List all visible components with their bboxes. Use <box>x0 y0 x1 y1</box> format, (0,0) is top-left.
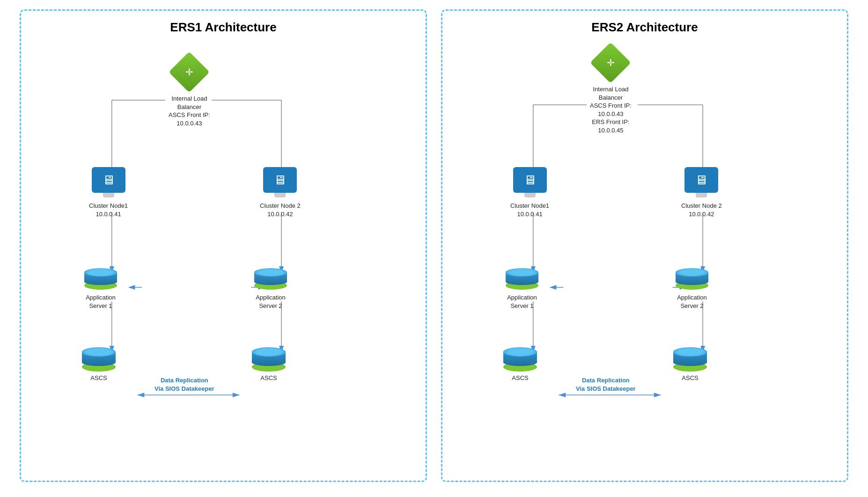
ers2-appserver1-label: ApplicationServer 1 <box>507 293 537 310</box>
ers1-node1: 🖥 Cluster Node110.0.0.41 <box>89 163 128 218</box>
ers2-appserver1: ApplicationServer 1 <box>503 259 541 310</box>
ers1-ascs2: ASCS <box>252 344 286 381</box>
ers2-node2: 🖥 Cluster Node 210.0.0.42 <box>681 163 722 218</box>
ers2-appserver1-icon <box>503 259 541 290</box>
ers2-appserver2-icon <box>673 259 711 290</box>
ers2-lb-label: Internal LoadBalancerASCS Front IP:10.0.… <box>590 85 632 134</box>
ers2-node1-icon: 🖥 <box>511 163 549 196</box>
ers2-ascs1-icon <box>503 344 537 372</box>
ers1-as1-top <box>84 268 117 277</box>
ers1-ascs2-label: ASCS <box>260 374 277 381</box>
svg-marker-38 <box>550 285 557 290</box>
ers2-lb: ✛ Internal LoadBalancerASCS Front IP:10.… <box>590 44 632 134</box>
ers2-replication-label: Data ReplicationVia SIOS Datakeeper <box>576 376 636 393</box>
ers1-ascs1-icon <box>82 344 116 372</box>
svg-marker-16 <box>128 285 135 290</box>
ers2-diagram: ✛ Internal LoadBalancerASCS Front IP:10.… <box>456 39 833 479</box>
ers2-node1: 🖥 Cluster Node110.0.0.41 <box>510 163 549 218</box>
ers2-lb-arrows: ✛ <box>607 57 615 68</box>
ers1-node2-icon: 🖥 <box>261 163 299 196</box>
svg-marker-20 <box>137 393 144 397</box>
svg-marker-43 <box>654 393 661 397</box>
ers1-node2-label: Cluster Node 210.0.0.42 <box>260 202 301 218</box>
ers1-box: ERS1 Architecture <box>20 9 427 482</box>
ers1-replication-label: Data ReplicationVia SIOS Datakeeper <box>154 376 214 393</box>
ers1-appserver1: ApplicationServer 1 <box>82 259 119 310</box>
ers2-as1-top <box>506 268 538 277</box>
ers1-appserver2-label: ApplicationServer 2 <box>256 293 286 310</box>
ers1-node2-screen: 🖥 <box>263 167 297 193</box>
ers1-node1-screen: 🖥 <box>92 167 125 193</box>
ers1-node2-cube: 🖥 <box>273 172 287 188</box>
ers1-ascs1: ASCS <box>82 344 116 381</box>
ers1-diagram: ✛ Internal LoadBalancerASCS Front IP:10.… <box>35 39 412 479</box>
ers1-ascs1-label: ASCS <box>90 374 107 381</box>
ers2-box: ERS2 Architecture <box>441 9 848 482</box>
ers2-node2-cube: 🖥 <box>695 172 708 188</box>
ers2-node2-screen: 🖥 <box>684 167 718 193</box>
ers2-node1-cube: 🖥 <box>523 172 537 188</box>
ers1-lb: ✛ Internal LoadBalancerASCS Front IP:10.… <box>169 53 210 127</box>
ers1-node2: 🖥 Cluster Node 210.0.0.42 <box>260 163 301 218</box>
ers2-title: ERS2 Architecture <box>456 20 833 35</box>
ers1-ascs2-top <box>252 347 286 357</box>
svg-marker-21 <box>233 393 240 397</box>
ers2-ascs2-label: ASCS <box>682 374 698 381</box>
ers2-ascs1-label: ASCS <box>512 374 528 381</box>
ers2-ascs2: ASCS <box>673 344 707 381</box>
page-container: ERS1 Architecture <box>0 0 868 497</box>
ers2-appserver2: ApplicationServer 2 <box>673 259 711 310</box>
ers1-lb-icon: ✛ <box>170 53 208 91</box>
ers2-node2-icon: 🖥 <box>683 163 720 196</box>
ers1-ascs2-icon <box>252 344 286 372</box>
ers1-appserver2: ApplicationServer 2 <box>252 259 289 310</box>
ers1-node1-icon: 🖥 <box>90 163 127 196</box>
ers1-lb-label: Internal LoadBalancerASCS Front IP:10.0.… <box>169 95 210 127</box>
ers2-appserver2-label: ApplicationServer 2 <box>677 293 707 310</box>
svg-marker-42 <box>559 393 566 397</box>
ers1-title: ERS1 Architecture <box>35 20 412 35</box>
ers2-ascs2-top <box>673 347 707 357</box>
ers2-node1-screen: 🖥 <box>513 167 547 193</box>
ers2-node2-label: Cluster Node 210.0.0.42 <box>681 202 722 218</box>
ers1-lb-arrows: ✛ <box>185 66 193 78</box>
ers2-ascs1-top <box>503 347 537 357</box>
ers1-ascs1-top <box>82 347 116 357</box>
ers2-ascs2-icon <box>673 344 707 372</box>
ers1-appserver1-icon <box>82 259 119 290</box>
ers2-ascs1: ASCS <box>503 344 537 381</box>
ers1-appserver1-label: ApplicationServer 1 <box>86 293 116 310</box>
ers1-node1-label: Cluster Node110.0.0.41 <box>89 202 128 218</box>
ers2-as2-top <box>676 268 708 277</box>
ers1-as2-top <box>254 268 287 277</box>
ers1-node1-cube: 🖥 <box>102 172 115 188</box>
ers2-lb-icon: ✛ <box>592 44 629 81</box>
ers1-appserver2-icon <box>252 259 289 290</box>
ers2-node1-label: Cluster Node110.0.0.41 <box>510 202 549 218</box>
